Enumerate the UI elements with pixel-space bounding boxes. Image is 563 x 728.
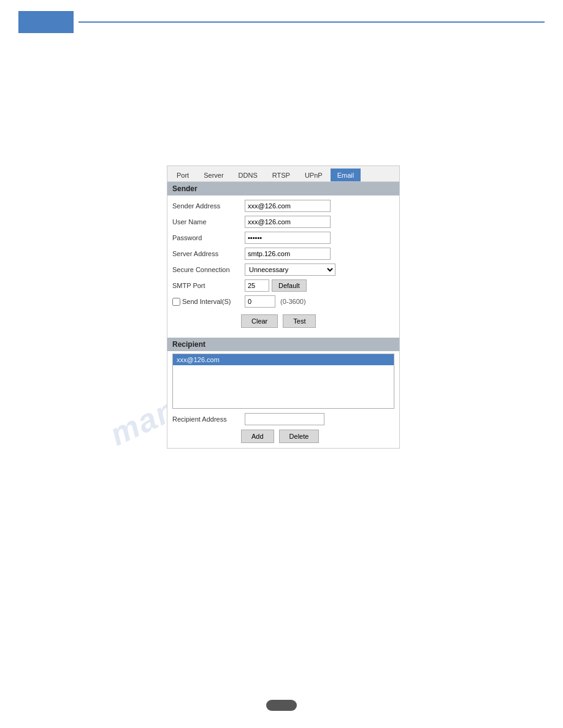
page-indicator — [266, 700, 297, 711]
header-blue-block — [18, 11, 74, 33]
server-address-row: Server Address — [172, 246, 394, 262]
sender-address-row: Sender Address — [172, 198, 394, 214]
recipient-address-row: Recipient Address — [167, 411, 399, 427]
tab-port[interactable]: Port — [170, 169, 196, 181]
recipient-action-row: Add Delete — [167, 427, 399, 448]
user-name-row: User Name — [172, 214, 394, 230]
user-name-input[interactable] — [245, 216, 331, 228]
smtp-port-label: SMTP Port — [172, 282, 245, 289]
password-input[interactable] — [245, 232, 331, 244]
secure-connection-select[interactable]: Unnecessary SSL TLS — [245, 264, 335, 276]
sender-address-label: Sender Address — [172, 202, 245, 210]
sender-action-row: Clear Test — [167, 312, 399, 333]
server-address-input[interactable] — [245, 248, 331, 260]
send-interval-input[interactable] — [245, 295, 275, 308]
send-interval-range: (0-3600) — [280, 298, 306, 305]
tab-ddns[interactable]: DDNS — [232, 169, 264, 181]
default-button[interactable]: Default — [272, 279, 307, 292]
send-interval-label-container: Send Interval(S) — [172, 298, 245, 306]
delete-button[interactable]: Delete — [279, 430, 320, 443]
secure-connection-label: Secure Connection — [172, 266, 245, 273]
recipient-item[interactable]: xxx@126.com — [173, 354, 394, 365]
tab-rtsp[interactable]: RTSP — [266, 169, 297, 181]
user-name-label: User Name — [172, 218, 245, 226]
password-label: Password — [172, 234, 245, 241]
tab-upnp[interactable]: UPnP — [298, 169, 329, 181]
recipient-list[interactable]: xxx@126.com — [172, 354, 394, 409]
recipient-section-header: Recipient — [167, 338, 399, 351]
sender-form-body: Sender Address User Name Password Server… — [167, 195, 399, 312]
add-button[interactable]: Add — [241, 430, 274, 443]
header-bar — [0, 11, 563, 33]
sender-section-header: Sender — [167, 182, 399, 195]
header-line — [79, 21, 545, 23]
smtp-port-controls: Default — [245, 279, 307, 292]
send-interval-row: Send Interval(S) (0-3600) — [172, 294, 394, 309]
email-settings-panel: Port Server DDNS RTSP UPnP Email Sender … — [167, 165, 400, 449]
recipient-address-input[interactable] — [245, 413, 324, 425]
smtp-port-row: SMTP Port Default — [172, 278, 394, 294]
section-gap — [167, 333, 399, 338]
tab-email[interactable]: Email — [331, 169, 361, 181]
sender-address-input[interactable] — [245, 200, 331, 212]
test-button[interactable]: Test — [283, 314, 316, 328]
tab-server[interactable]: Server — [197, 169, 230, 181]
send-interval-checkbox[interactable] — [172, 298, 180, 306]
send-interval-controls: (0-3600) — [245, 295, 306, 308]
password-row: Password — [172, 230, 394, 246]
secure-connection-row: Secure Connection Unnecessary SSL TLS — [172, 262, 394, 278]
clear-button[interactable]: Clear — [241, 314, 278, 328]
server-address-label: Server Address — [172, 250, 245, 257]
smtp-port-input[interactable] — [245, 279, 269, 292]
tab-bar: Port Server DDNS RTSP UPnP Email — [167, 166, 399, 182]
send-interval-label: Send Interval(S) — [182, 298, 231, 305]
recipient-address-label: Recipient Address — [172, 415, 245, 423]
